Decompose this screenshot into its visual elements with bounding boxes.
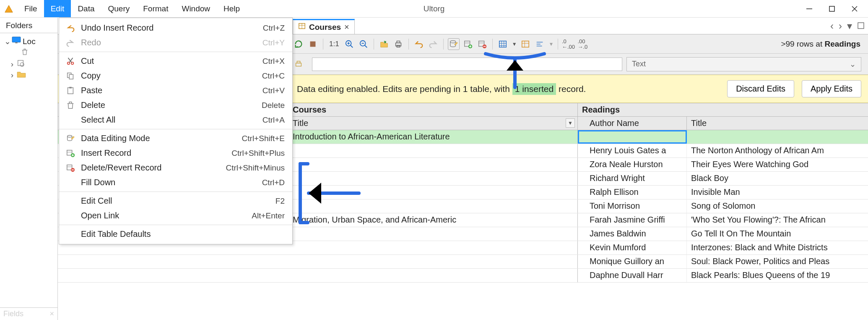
increase-decimals-icon[interactable]: .00→.0 [577,38,588,50]
open-icon[interactable] [378,38,390,50]
menu-item-shortcut: Ctrl+Shift+Plus [231,149,285,158]
menu-query[interactable]: Query [101,0,137,17]
cell-course-title[interactable] [58,269,578,282]
menu-item-cut[interactable]: CutCtrl+X [59,54,292,68]
cell-author-name[interactable]: James Baldwin [578,227,687,241]
cut-icon [66,57,77,66]
type-selector[interactable]: Text ⌄ [626,57,861,71]
close-icon[interactable]: × [49,310,54,318]
tree-root[interactable]: ⌄ Loc [0,36,57,47]
cell-course-title[interactable] [58,255,578,268]
cell-reading-title[interactable]: Song of Solomon [687,199,868,213]
cell-reading-title[interactable]: Go Tell It On The Mountain [687,227,868,241]
grid-row[interactable]: Daphne Duvall HarrBlack Pearls: Blues Qu… [58,269,868,283]
menu-item-insert-record[interactable]: Insert RecordCtrl+Shift+Plus [59,146,292,160]
refresh-icon[interactable] [293,38,304,50]
cell-reading-title[interactable]: Soul: Black Power, Politics and Pleas [687,255,868,268]
tab-close-icon[interactable]: × [344,22,349,32]
tab-next-icon[interactable]: › [839,20,842,32]
cell-author-name[interactable]: Richard Wright [578,172,687,185]
cell-reading-title[interactable]: Black Pearls: Blues Queens of the 19 [687,269,868,282]
menu-item-undo-insert-record[interactable]: Undo Insert RecordCtrl+Z [59,21,292,35]
cell-author-name[interactable]: Henry Louis Gates a [578,144,687,157]
cell-author-name[interactable]: Toni Morrison [578,199,687,213]
menu-item-fill-down[interactable]: Fill DownCtrl+D [59,175,292,190]
menu-format[interactable]: Format [136,0,175,17]
menu-item-data-editing-mode[interactable]: Data Editing ModeCtrl+Shift+E [59,131,292,146]
column-menu-icon[interactable]: ▼ [566,118,575,128]
svg-rect-13 [310,41,316,47]
tree-root-label: Loc [23,37,36,46]
menu-help[interactable]: Help [217,0,247,17]
cell-reading-title[interactable] [687,130,868,144]
menu-item-select-all[interactable]: Select AllCtrl+A [59,113,292,127]
menu-file[interactable]: File [18,0,44,17]
cell-author-name[interactable]: Kevin Mumford [578,241,687,254]
menu-item-open-link[interactable]: Open LinkAlt+Enter [59,208,292,223]
cell-reading-title[interactable]: Invisible Man [687,186,868,199]
menu-item-shortcut: Ctrl+Shift+E [242,134,285,143]
cell-reading-title[interactable]: Their Eyes Were Watching God [687,158,868,171]
tree-item-folder[interactable]: › [0,70,57,81]
cell-reading-title[interactable]: 'Who Set You Flowing'?: The African [687,213,868,227]
menu-item-shortcut: F2 [275,197,285,206]
formula-input[interactable] [312,58,622,71]
menu-item-label: Fill Down [77,178,262,187]
menu-data[interactable]: Data [71,0,101,17]
zoom-out-icon[interactable] [358,38,369,50]
table-mode-icon[interactable] [497,38,509,50]
maximize-button[interactable] [828,5,836,13]
tree-item-trash[interactable] [0,47,57,58]
cell-reading-title[interactable]: Interzones: Black and White Districts [687,241,868,254]
menu-item-copy[interactable]: CopyCtrl+C [59,68,292,83]
tab-prev-icon[interactable]: ‹ [830,20,834,32]
grid-row[interactable]: Monique Guillory anSoul: Black Power, Po… [58,255,868,269]
column-header-author[interactable]: Author Name [578,117,687,130]
discard-edits-button[interactable]: Discard Edits [727,80,794,97]
chevron-down-icon[interactable]: ▼ [548,41,554,47]
menu-item-label: Delete/Revert Record [77,163,226,173]
menu-window[interactable]: Window [175,0,217,17]
data-editing-icon[interactable] [448,38,460,50]
zoom-in-icon[interactable] [343,38,355,50]
cell-author-name[interactable]: Farah Jasmine Griffi [578,213,687,227]
decrease-decimals-icon[interactable]: .0←.00 [562,38,574,50]
cell-author-name[interactable]: Daphne Duvall Harr [578,269,687,282]
menu-item-delete[interactable]: DeleteDelete [59,98,292,113]
cell-author-name[interactable] [578,130,687,144]
stop-icon[interactable] [307,38,319,50]
menu-item-edit-cell[interactable]: Edit CellF2 [59,194,292,208]
menu-item-paste[interactable]: PasteCtrl+V [59,83,292,98]
maximize-panel-icon[interactable] [857,20,865,32]
menu-item-edit-table-defaults[interactable]: Edit Table Defaults [59,227,292,241]
close-button[interactable] [850,5,859,13]
cell-reading-title[interactable]: Black Boy [687,172,868,185]
tab-list-icon[interactable]: ▾ [847,20,852,32]
column-header-reading-title[interactable]: Title [687,117,868,130]
minimize-button[interactable] [805,5,813,13]
insert-record-icon[interactable] [462,38,474,50]
align-icon[interactable] [534,38,546,50]
menu-edit[interactable]: Edit [44,0,71,17]
delete-record-icon[interactable] [476,38,488,50]
tab-label: Courses [309,23,341,32]
cell-author-name[interactable]: Zora Neale Hurston [578,158,687,171]
chevron-down-icon[interactable]: ▼ [511,41,517,47]
print-icon[interactable] [392,38,404,50]
cell-reading-title[interactable]: The Norton Anthology of African Am [687,144,868,157]
sidebar-header: Folders [0,18,57,33]
cell-author-name[interactable]: Ralph Ellison [578,186,687,199]
redo-icon[interactable] [427,38,439,50]
trash-icon [21,48,29,58]
menu-item-label: Insert Record [77,148,231,158]
cell-author-name[interactable]: Monique Guillory an [578,255,687,268]
tree-item-recent[interactable]: › [0,58,57,70]
form-mode-icon[interactable] [520,38,531,50]
tab-courses[interactable]: Courses × [293,19,355,34]
titlebar: FileEditDataQueryFormatWindowHelp Ultorg [0,0,868,18]
print-small-icon[interactable] [293,58,304,70]
menu-item-delete-revert-record[interactable]: Delete/Revert RecordCtrl+Shift+Minus [59,160,292,175]
undo-icon[interactable] [413,38,425,50]
svg-rect-21 [395,43,401,46]
apply-edits-button[interactable]: Apply Edits [802,80,861,97]
